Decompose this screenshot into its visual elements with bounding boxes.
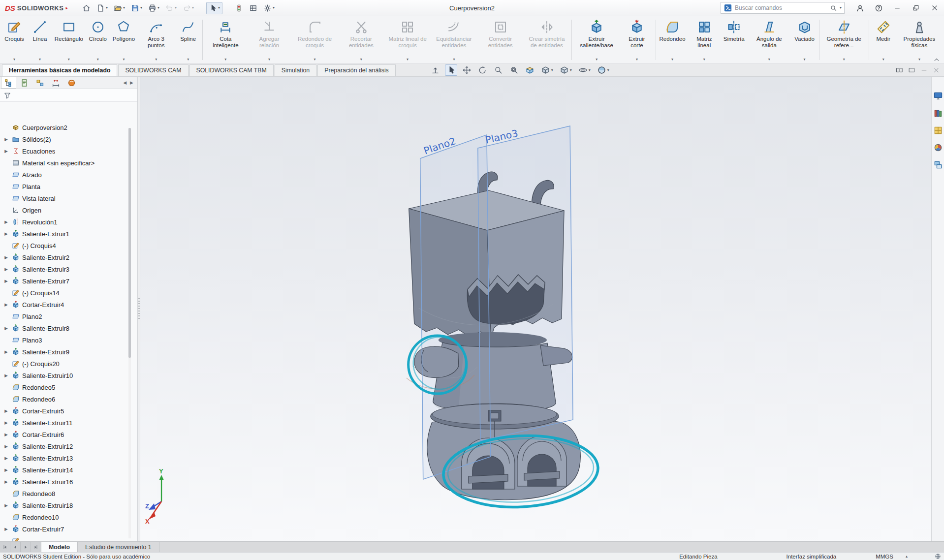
- model-arm-left[interactable]: [414, 346, 459, 378]
- dropdown-arrow-icon[interactable]: ▾: [268, 57, 270, 62]
- select-button[interactable]: [445, 64, 457, 76]
- tree-item-saliente-extruir7[interactable]: ▶Saliente-Extruir7: [3, 275, 137, 287]
- tree-item-redondeo10[interactable]: Redondeo10: [3, 511, 137, 523]
- tree-item-saliente-extruir18[interactable]: ▶Saliente-Extruir18: [3, 499, 137, 511]
- custom-properties-button[interactable]: [933, 159, 944, 170]
- account-button[interactable]: [850, 0, 869, 16]
- ribbon-collapse-icon[interactable]: [933, 57, 940, 62]
- display-style-button[interactable]: ▾: [558, 64, 573, 76]
- dropdown-arrow-icon[interactable]: ▾: [882, 57, 884, 62]
- solidworks-logo[interactable]: DS SOLIDWORKS ▸: [5, 4, 68, 12]
- expand-arrow-icon[interactable]: ▶: [3, 527, 9, 531]
- 3d-scene[interactable]: Plano2 Plano3 Y Z: [140, 77, 931, 541]
- expand-arrow-icon[interactable]: ▶: [3, 267, 9, 272]
- redo-button[interactable]: ▾: [180, 2, 196, 14]
- expand-arrow-icon[interactable]: ▶: [3, 479, 9, 484]
- ribbon-tool-linea[interactable]: Línea▾: [27, 17, 53, 62]
- zoom-to-fit-button[interactable]: [492, 64, 504, 76]
- expand-arrow-icon[interactable]: ▶: [3, 231, 9, 236]
- undo-button[interactable]: ▾: [163, 2, 179, 14]
- ribbon-tool-propiedades-fisicas[interactable]: Propiedades físicas▾: [896, 17, 943, 62]
- expand-arrow-icon[interactable]: ▶: [3, 420, 9, 425]
- tree-item-croquis4[interactable]: (-) Croquis4: [3, 240, 137, 251]
- ribbon-tool-extruir-saliente-base[interactable]: Extruir saliente/base▾: [573, 17, 620, 62]
- dropdown-arrow-icon[interactable]: ▾: [175, 6, 177, 10]
- close-commandmanager-button[interactable]: [933, 66, 940, 74]
- tree-item-saliente-extruir3[interactable]: ▶Saliente-Extruir3: [3, 263, 137, 275]
- viewport-3d[interactable]: Plano2 Plano3 Y Z: [140, 77, 931, 541]
- rebuild-button[interactable]: [232, 2, 246, 14]
- expand-arrow-icon[interactable]: ▶: [3, 137, 9, 142]
- tree-item-saliente-extruir14[interactable]: ▶Saliente-Extruir14: [3, 464, 137, 476]
- scrollbar-thumb[interactable]: [128, 128, 131, 358]
- tree-item-saliente-extruir13[interactable]: ▶Saliente-Extruir13: [3, 452, 137, 464]
- view-settings-button[interactable]: ▾: [596, 64, 611, 76]
- panel-tabs-scroll-left-icon[interactable]: ◀: [123, 80, 126, 85]
- tree-item-cortar-extruir7[interactable]: ▶Cortar-Extruir7: [3, 523, 137, 535]
- expand-arrow-icon[interactable]: ▶: [3, 149, 9, 154]
- expand-arrow-icon[interactable]: ▶: [3, 456, 9, 461]
- ribbon-tool-croquis[interactable]: Croquis▾: [1, 17, 27, 62]
- expand-arrow-icon[interactable]: ▶: [3, 326, 9, 331]
- tree-item-ecuaciones[interactable]: ▶Ecuaciones: [3, 145, 137, 157]
- tab-simulation[interactable]: Simulation: [275, 64, 316, 76]
- dropdown-arrow-icon[interactable]: ▾: [187, 57, 189, 62]
- dropdown-arrow-icon[interactable]: ▾: [218, 6, 220, 10]
- scroll-first-button[interactable]: [0, 542, 10, 552]
- expand-arrow-icon[interactable]: ▶: [3, 467, 9, 472]
- dropdown-arrow-icon[interactable]: ▾: [360, 57, 362, 62]
- expand-arrow-icon[interactable]: ▶: [3, 219, 9, 224]
- ribbon-tool-vaciado[interactable]: Vaciado▾: [792, 17, 818, 62]
- tree-item-plano3[interactable]: Plano3: [3, 334, 137, 346]
- ribbon-tool-spline[interactable]: Spline▾: [175, 17, 201, 62]
- tree-item-origen[interactable]: Origen: [3, 204, 137, 216]
- tree-item-cortar-extruir5[interactable]: ▶Cortar-Extruir5: [3, 405, 137, 417]
- help-button[interactable]: [869, 0, 888, 16]
- options-button[interactable]: ▾: [261, 2, 277, 14]
- dropdown-arrow-icon[interactable]: ▾: [453, 57, 455, 62]
- dropdown-arrow-icon[interactable]: ▾: [804, 57, 806, 62]
- status-units[interactable]: MMGS: [876, 554, 893, 560]
- zoom-to-area-button[interactable]: [508, 64, 520, 76]
- dropdown-arrow-icon[interactable]: ▾: [671, 57, 673, 62]
- view-normal-to-button[interactable]: [429, 64, 441, 76]
- scroll-last-button[interactable]: [31, 542, 41, 552]
- ribbon-tool-matriz-lineal[interactable]: Matriz lineal▾: [687, 17, 721, 62]
- dropdown-arrow-icon[interactable]: ▾: [314, 57, 316, 62]
- search-dropdown-icon[interactable]: ▾: [840, 6, 842, 10]
- dropdown-arrow-icon[interactable]: ▾: [157, 6, 159, 10]
- tree-item-cuerpoversion2[interactable]: Cuerpoversion2: [3, 122, 137, 133]
- restore-button[interactable]: [907, 0, 925, 16]
- expand-arrow-icon[interactable]: ▶: [3, 408, 9, 413]
- dropdown-arrow-icon[interactable]: ▾: [843, 57, 845, 62]
- open-document-button[interactable]: ▾: [111, 2, 127, 14]
- tree-item-saliente-extruir1[interactable]: ▶Saliente-Extruir1: [3, 228, 137, 240]
- displaymanager-tab[interactable]: [64, 77, 79, 89]
- tab-herramientas-basicas-de-modelado[interactable]: Herramientas básicas de modelado: [2, 64, 117, 76]
- tree-item-redondeo8[interactable]: Redondeo8: [3, 488, 137, 499]
- tree-item-solidos-2[interactable]: ▶Sólidos(2): [3, 133, 137, 145]
- tree-item-plano2[interactable]: Plano2: [3, 311, 137, 322]
- save-document-button[interactable]: ▾: [128, 2, 145, 14]
- tab-estudio-de-movimiento-1[interactable]: Estudio de movimiento 1: [78, 542, 159, 552]
- ribbon-tool-rectangulo[interactable]: Rectángulo▾: [53, 17, 85, 62]
- dropdown-arrow-icon[interactable]: ▾: [192, 6, 194, 10]
- ribbon-tool-extruir-corte[interactable]: Extruir corte▾: [620, 17, 654, 62]
- expand-arrow-icon[interactable]: ▶: [3, 503, 9, 508]
- expand-arrow-icon[interactable]: ▶: [3, 444, 9, 449]
- scroll-prev-button[interactable]: [10, 542, 21, 552]
- dropdown-arrow-icon[interactable]: ▾: [123, 57, 125, 62]
- rotate-view-button[interactable]: [476, 64, 489, 76]
- search-input[interactable]: [735, 4, 827, 11]
- tree-item-saliente-extruir12[interactable]: ▶Saliente-Extruir12: [3, 440, 137, 452]
- expand-arrow-icon[interactable]: ▶: [3, 255, 9, 260]
- tree-item-saliente-extruir9[interactable]: ▶Saliente-Extruir9: [3, 346, 137, 358]
- tree-item-saliente-extruir16[interactable]: ▶Saliente-Extruir16: [3, 476, 137, 488]
- tree-item-saliente-extruir10[interactable]: ▶Saliente-Extruir10: [3, 370, 137, 381]
- tree-item-redondeo6[interactable]: Redondeo6: [3, 393, 137, 405]
- search-icon[interactable]: [830, 4, 837, 12]
- dropdown-arrow-icon[interactable]: ▾: [703, 57, 705, 62]
- tree-item-saliente-extruir2[interactable]: ▶Saliente-Extruir2: [3, 251, 137, 263]
- tab-preparacion-del-analisis[interactable]: Preparación del análisis: [317, 64, 396, 76]
- dropdown-arrow-icon[interactable]: ▾: [273, 6, 275, 10]
